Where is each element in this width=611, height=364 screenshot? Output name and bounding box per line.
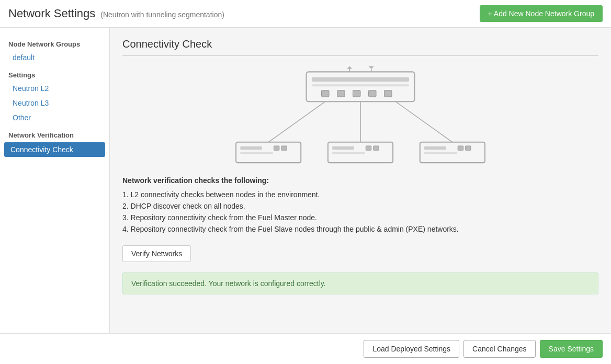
svg-rect-27 <box>424 152 457 154</box>
footer: Load Deployed Settings Cancel Changes Sa… <box>0 333 611 364</box>
check-item-2: 2. DHCP discover check on all nodes. <box>122 200 598 212</box>
svg-rect-23 <box>366 146 371 150</box>
svg-rect-0 <box>307 72 415 101</box>
sidebar-item-default[interactable]: default <box>0 50 109 65</box>
svg-rect-18 <box>274 146 279 150</box>
svg-rect-26 <box>424 146 446 150</box>
sidebar-item-connectivity-check[interactable]: Connectivity Check <box>4 142 105 157</box>
network-verification-label: Network Verification <box>0 125 109 141</box>
add-new-node-network-group-button[interactable]: + Add New Node Network Group <box>480 5 603 22</box>
svg-rect-5 <box>353 90 360 97</box>
svg-rect-16 <box>240 146 262 150</box>
node-network-groups-label: Node Network Groups <box>0 36 109 50</box>
svg-line-14 <box>395 101 452 142</box>
verification-heading: Network verification checks the followin… <box>122 176 598 185</box>
svg-rect-7 <box>384 90 392 97</box>
save-settings-button[interactable]: Save Settings <box>540 340 603 358</box>
svg-rect-4 <box>337 90 345 97</box>
success-message: Verification succeeded. Your network is … <box>122 272 598 294</box>
svg-rect-19 <box>281 146 287 150</box>
sidebar-item-neutron-l2[interactable]: Neutron L2 <box>0 81 109 96</box>
header: Network Settings (Neutron with tunneling… <box>0 0 611 28</box>
network-diagram-svg <box>203 66 517 164</box>
page-wrapper: Network Settings (Neutron with tunneling… <box>0 0 611 364</box>
svg-marker-10 <box>347 66 352 69</box>
sidebar-item-neutron-l3[interactable]: Neutron L3 <box>0 96 109 110</box>
check-item-3: 3. Repository connectivity check from th… <box>122 212 598 223</box>
svg-rect-2 <box>312 84 409 86</box>
checks-list: 1. L2 connectivity checks between nodes … <box>122 189 598 235</box>
svg-rect-17 <box>240 152 273 154</box>
check-item-1: 1. L2 connectivity checks between nodes … <box>122 189 598 200</box>
content-area: Connectivity Check <box>110 28 611 333</box>
settings-label: Settings <box>0 65 109 81</box>
svg-rect-21 <box>332 146 354 150</box>
main-body: Node Network Groups default Settings Neu… <box>0 28 611 333</box>
svg-rect-24 <box>374 146 379 150</box>
svg-rect-1 <box>312 77 409 82</box>
page-title: Network Settings <box>8 7 95 20</box>
content-title: Connectivity Check <box>122 38 598 56</box>
sidebar: Node Network Groups default Settings Neu… <box>0 28 110 333</box>
svg-rect-22 <box>332 152 365 154</box>
check-item-4: 4. Repository connectivity check from th… <box>122 223 598 235</box>
cancel-changes-button[interactable]: Cancel Changes <box>463 340 536 358</box>
sidebar-item-other[interactable]: Other <box>0 110 109 125</box>
load-deployed-settings-button[interactable]: Load Deployed Settings <box>364 340 459 358</box>
svg-rect-3 <box>322 90 329 97</box>
svg-rect-6 <box>369 90 376 97</box>
svg-rect-29 <box>466 146 471 150</box>
svg-line-12 <box>268 101 325 142</box>
verify-networks-button[interactable]: Verify Networks <box>122 245 191 262</box>
svg-rect-28 <box>458 146 463 150</box>
verification-checks: Network verification checks the followin… <box>122 176 598 235</box>
header-title-group: Network Settings (Neutron with tunneling… <box>8 7 224 20</box>
network-diagram <box>122 66 598 164</box>
page-subtitle: (Neutron with tunneling segmentation) <box>100 10 224 19</box>
svg-marker-11 <box>369 66 374 69</box>
